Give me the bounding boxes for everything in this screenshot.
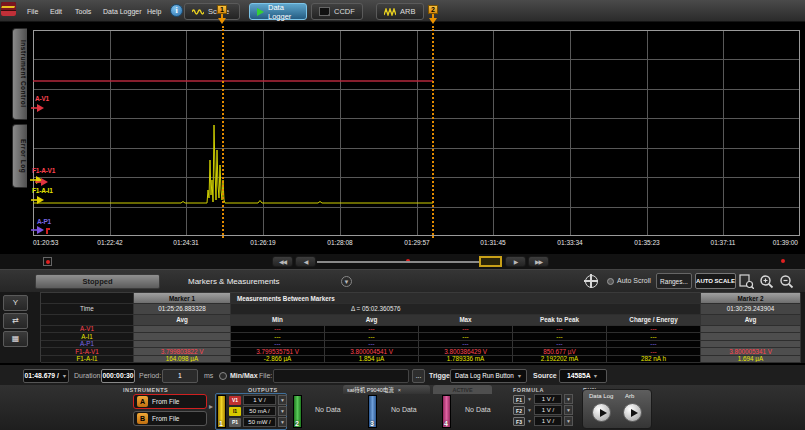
v1-scale-value[interactable]: 1 V / — [243, 395, 276, 405]
f3-tag[interactable]: F3 — [513, 417, 525, 426]
marker1-line[interactable] — [222, 26, 224, 238]
scroll-handle[interactable] — [479, 256, 502, 267]
marker-pair-button[interactable]: ⇄ — [3, 313, 28, 329]
row-label[interactable]: A-P1 — [41, 341, 134, 349]
scroll-prev-button[interactable]: ◀ — [295, 256, 316, 267]
cell — [134, 326, 231, 334]
marker1-flag[interactable]: 1 — [217, 5, 227, 14]
period-input[interactable]: 1 — [162, 369, 198, 383]
tab-arb[interactable]: ARB — [376, 3, 424, 20]
i1-scale-value[interactable]: 50 mA / — [243, 406, 276, 416]
menu-tools[interactable]: Tools — [72, 5, 94, 18]
scroll-last-button[interactable]: ▶▶ — [528, 256, 549, 267]
row-label[interactable]: A-I1 — [41, 333, 134, 341]
menu-data-logger[interactable]: Data Logger — [100, 5, 145, 18]
minmax-label[interactable]: Min/Max — [230, 372, 258, 379]
active-tab[interactable]: ACTIVE — [433, 385, 492, 394]
output1-i-row: I1 50 mA / ▼ — [229, 406, 287, 416]
menu-help[interactable]: Help — [144, 5, 164, 18]
auto-scroll-indicator-icon[interactable] — [607, 278, 614, 285]
event-dot — [781, 259, 785, 263]
marker2-line[interactable] — [432, 26, 434, 238]
expand-chevron-icon[interactable]: ▸ — [209, 402, 213, 411]
marker1-avg-header: Avg — [134, 315, 231, 326]
row-label[interactable]: F1-A-V1 — [41, 348, 134, 356]
row-label[interactable]: F1-A-I1 — [41, 356, 134, 364]
p1-scale-value[interactable]: 50 mW / — [243, 417, 276, 427]
datafile-tab[interactable]: sat待机 P9040电流 × — [343, 385, 430, 394]
source-dropdown[interactable]: 14585A ▼ — [559, 369, 607, 383]
ref-arrow-av1-icon[interactable] — [31, 104, 44, 112]
v1-scale-dropdown[interactable]: ▼ — [278, 395, 287, 405]
table-corner — [41, 293, 134, 304]
menu-file[interactable]: File — [24, 5, 41, 18]
marker2-flag[interactable]: 2 — [428, 5, 438, 14]
chevron-down-icon[interactable]: ▼ — [341, 276, 352, 287]
minmax-checkbox[interactable] — [219, 372, 227, 380]
datalog-settings-bar: 01:48.679 / ▼ Duration: 000:00:30 Period… — [0, 363, 805, 385]
output2-bar[interactable]: 2 — [293, 395, 302, 428]
source-label: Source — [533, 372, 557, 379]
tab-ccdf[interactable]: CCDF — [311, 3, 363, 20]
row-label[interactable]: A-V1 — [41, 326, 134, 334]
channel-label-ap1: A-P1 — [37, 218, 51, 225]
f2-scale-value[interactable]: 1 V / — [534, 405, 562, 415]
f1-caret-icon[interactable]: ▼ — [527, 396, 532, 402]
sidebar-tab-instrument-control[interactable]: Instrument Control — [12, 28, 27, 120]
auto-scroll-label[interactable]: Auto Scroll — [617, 277, 651, 284]
ref-arrow-f1ai1-icon[interactable] — [31, 196, 44, 204]
f3-scale-dropdown[interactable]: ▼ — [564, 416, 573, 426]
zoom-in-icon[interactable] — [759, 274, 774, 289]
instrument-b-button[interactable]: B From File — [133, 411, 207, 426]
file-input[interactable] — [273, 369, 409, 383]
menu-edit[interactable]: Edit — [47, 5, 65, 18]
output3-bar[interactable]: 3 — [368, 395, 377, 428]
f1-scale-value[interactable]: 1 V / — [534, 394, 562, 404]
f3-scale-value[interactable]: 1 V / — [534, 416, 562, 426]
datafile-tab-label: sat待机 P9040电流 — [347, 386, 394, 394]
p1-scale-dropdown[interactable]: ▼ — [278, 417, 287, 427]
elapsed-time-dropdown[interactable]: 01:48.679 / ▼ — [23, 369, 69, 383]
scroll-track[interactable] — [317, 261, 481, 263]
instrument-bar: INSTRUMENTS A From File B From File ▸ OU… — [0, 385, 805, 430]
cell: 3.799535751 V — [231, 348, 325, 356]
tab-data-logger[interactable]: Data Logger — [249, 3, 307, 20]
f2-tag[interactable]: F2 — [513, 406, 525, 415]
f1-scale-dropdown[interactable]: ▼ — [564, 394, 573, 404]
f2-caret-icon[interactable]: ▼ — [527, 407, 532, 413]
i1-scale-dropdown[interactable]: ▼ — [278, 406, 287, 416]
browse-button[interactable]: ... — [412, 369, 425, 383]
trigger-dropdown[interactable]: Data Log Run Button ▼ — [450, 369, 527, 383]
table-view-button[interactable]: ▦ — [3, 331, 28, 347]
ranges-button[interactable]: Ranges... — [656, 273, 692, 289]
sidebar-tab-error-log[interactable]: Error Log — [12, 124, 27, 188]
add-marker-icon[interactable] — [585, 275, 598, 288]
output1-bar[interactable]: 1 — [217, 395, 226, 428]
run-arb-button[interactable] — [623, 403, 642, 422]
cell: --- — [607, 341, 701, 349]
cell: 2.192202 mA — [513, 356, 607, 364]
f2-scale-dropdown[interactable]: ▼ — [564, 405, 573, 415]
run-datalog-button[interactable] — [592, 403, 611, 422]
info-icon[interactable]: i — [170, 4, 183, 17]
f3-caret-icon[interactable]: ▼ — [527, 418, 532, 424]
period-unit: ms — [204, 372, 213, 379]
marker1-header[interactable]: Marker 1 — [134, 293, 231, 304]
marker2-header[interactable]: Marker 2 — [701, 293, 801, 304]
ref-arrow-ap1-icon[interactable] — [31, 226, 44, 234]
ref-arrow-f1av1-icon[interactable] — [35, 178, 48, 186]
output4-bar[interactable]: 4 — [442, 395, 451, 428]
scroll-first-button[interactable]: ◀◀ — [272, 256, 293, 267]
zoom-out-icon[interactable] — [779, 274, 794, 289]
close-icon[interactable]: × — [398, 387, 401, 393]
formula-f2-row: F2 ▼ 1 V / ▼ — [513, 405, 573, 415]
f1-tag[interactable]: F1 — [513, 395, 525, 404]
zoom-region-icon[interactable] — [739, 274, 754, 289]
tab-scope[interactable]: Scope — [184, 3, 240, 20]
auto-scale-button[interactable]: AUTO SCALE — [695, 273, 736, 289]
instrument-a-button[interactable]: A From File — [133, 394, 207, 409]
scroll-next-button[interactable]: ▶ — [505, 256, 526, 267]
p1-tag: P1 — [229, 418, 241, 427]
chart-area[interactable]: A-V1 F1-A-V1 F1-A-I1 A-P1 — [27, 22, 805, 255]
marker-tool-button[interactable]: Y — [3, 295, 28, 311]
